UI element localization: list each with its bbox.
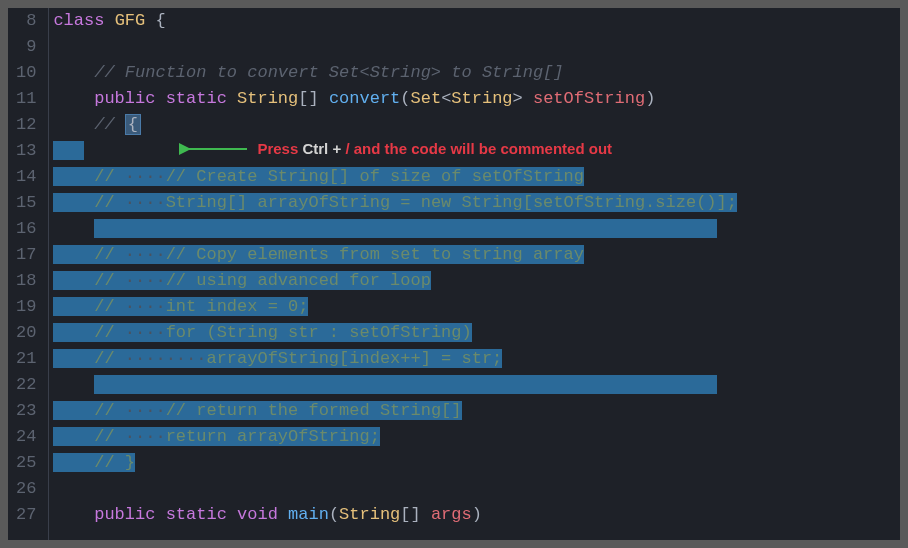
line-number: 11 xyxy=(16,86,36,112)
tutorial-annotation: Press Ctrl + / and the code will be comm… xyxy=(179,136,612,162)
line-number: 23 xyxy=(16,398,36,424)
line-number: 9 xyxy=(16,34,36,60)
code-line[interactable] xyxy=(53,476,900,502)
code-line[interactable]: public static String[] convert(Set<Strin… xyxy=(53,86,900,112)
code-line[interactable]: class GFG { xyxy=(53,8,900,34)
line-number: 14 xyxy=(16,164,36,190)
code-content-area[interactable]: class GFG { // Function to convert Set<S… xyxy=(49,8,900,540)
code-line[interactable]: // ····// using advanced for loop xyxy=(53,268,900,294)
code-line[interactable]: // ····// return the formed String[] xyxy=(53,398,900,424)
code-editor: 8 9 10 11 12 13 14 15 16 17 18 19 20 21 … xyxy=(8,8,900,540)
code-line[interactable]: // ········arrayOfString[index++] = str; xyxy=(53,346,900,372)
annotation-text: Press Ctrl + / and the code will be comm… xyxy=(257,136,612,162)
line-number: 19 xyxy=(16,294,36,320)
line-number: 25 xyxy=(16,450,36,476)
code-line[interactable] xyxy=(53,216,900,242)
line-number: 24 xyxy=(16,424,36,450)
line-number: 10 xyxy=(16,60,36,86)
code-line[interactable] xyxy=(53,34,900,60)
code-line[interactable]: // ····// Copy elements from set to stri… xyxy=(53,242,900,268)
code-line[interactable]: public static void main(String[] args) xyxy=(53,502,900,528)
line-number-gutter: 8 9 10 11 12 13 14 15 16 17 18 19 20 21 … xyxy=(8,8,49,540)
code-line[interactable]: // ····// Create String[] of size of set… xyxy=(53,164,900,190)
line-number: 8 xyxy=(16,8,36,34)
line-number: 13 xyxy=(16,138,36,164)
line-number: 18 xyxy=(16,268,36,294)
matched-brace: { xyxy=(125,114,141,135)
arrow-left-icon xyxy=(179,139,249,159)
code-line[interactable]: // ····String[] arrayOfString = new Stri… xyxy=(53,190,900,216)
code-line[interactable]: // { xyxy=(53,112,900,138)
code-line[interactable] xyxy=(53,372,900,398)
line-number: 12 xyxy=(16,112,36,138)
line-number: 17 xyxy=(16,242,36,268)
code-line[interactable]: // ····int index = 0; xyxy=(53,294,900,320)
code-line[interactable]: // ····for (String str : setOfString) xyxy=(53,320,900,346)
line-number: 26 xyxy=(16,476,36,502)
line-number: 22 xyxy=(16,372,36,398)
code-line[interactable]: // Function to convert Set<String> to St… xyxy=(53,60,900,86)
line-number: 27 xyxy=(16,502,36,528)
code-line[interactable]: // ····return arrayOfString; xyxy=(53,424,900,450)
line-number: 20 xyxy=(16,320,36,346)
line-number: 15 xyxy=(16,190,36,216)
line-number: 21 xyxy=(16,346,36,372)
code-line[interactable]: // } xyxy=(53,450,900,476)
line-number: 16 xyxy=(16,216,36,242)
